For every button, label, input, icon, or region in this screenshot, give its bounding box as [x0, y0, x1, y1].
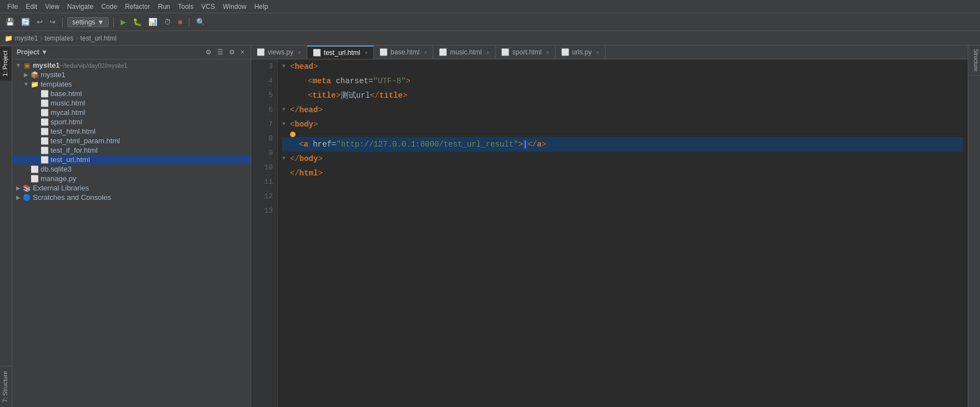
tree-item-manage-py[interactable]: ⬜ manage.py — [12, 174, 251, 183]
fold-arrow-6[interactable]: ▼ — [282, 103, 290, 117]
code-text-4: <meta charset="UTF-8"> — [308, 74, 411, 88]
tree-label-sport: sport.html — [51, 118, 82, 126]
line-num-9: 9 — [256, 146, 273, 160]
tree-arrow-mysite1: ▼ — [14, 62, 22, 68]
stop-button[interactable]: ■ — [176, 17, 184, 27]
tab-close-sport[interactable]: × — [546, 49, 549, 56]
tree-label-extlibs: External Libraries — [33, 184, 89, 192]
panel-layout-icon[interactable]: ☰ — [216, 48, 225, 57]
right-panel-tab[interactable]: Structure — [968, 46, 980, 76]
tab-close-urls[interactable]: × — [596, 49, 599, 56]
tree-item-test-html-param[interactable]: ⬜ test_html_param.html — [12, 136, 251, 145]
toolbar-redo-button[interactable]: ↪ — [47, 17, 58, 27]
code-text-9: <a href="http://127.0.0.1:8000/test_url_… — [299, 137, 546, 152]
menu-refactor[interactable]: Refactor — [121, 2, 154, 12]
project-panel: Project ▼ ⚙ ☰ ⚙ × ▼ ▣ mysite1 ~/tedu/vip… — [12, 46, 251, 407]
menu-view[interactable]: View — [41, 2, 63, 12]
code-text-7: <body> — [290, 117, 318, 132]
tab-icon-sport: ⬜ — [501, 48, 509, 56]
code-line-4: <meta charset="UTF-8"> — [282, 74, 963, 88]
panel-gear-icon[interactable]: ⚙ — [227, 48, 237, 57]
toolbar-sync-button[interactable]: 🔄 — [19, 17, 32, 27]
tab-urls-py[interactable]: ⬜ urls.py × — [556, 46, 606, 59]
code-line-9[interactable]: <a href="http://127.0.0.1:8000/test_url_… — [282, 137, 963, 152]
tab-music-html[interactable]: ⬜ music.html × — [433, 46, 496, 59]
main-layout: 1: Project 7: Structure Project ▼ ⚙ ☰ ⚙ … — [0, 46, 980, 407]
code-lines[interactable]: ▼ <head> <meta charset="UTF-8"> <title>测… — [278, 59, 968, 407]
tab-base-html[interactable]: ⬜ base.html × — [374, 46, 433, 59]
tree-item-mycal-html[interactable]: ⬜ mycal.html — [12, 108, 251, 117]
tab-close-testurl[interactable]: × — [364, 50, 368, 56]
tree-item-db-sqlite3[interactable]: ⬜ db.sqlite3 — [12, 164, 251, 174]
panel-settings-icon[interactable]: ⚙ — [204, 48, 213, 57]
tab-views-py[interactable]: ⬜ views.py × — [251, 46, 307, 59]
side-tabs: 1: Project 7: Structure — [0, 46, 12, 407]
tree-item-ext-libs[interactable]: ▶ 📚 External Libraries — [12, 183, 251, 193]
code-line-13: </html> — [282, 166, 963, 180]
project-dropdown[interactable]: settings ▼ — [67, 17, 109, 27]
fold-arrow-12[interactable]: ▼ — [282, 152, 290, 166]
breadcrumb-file[interactable]: test_url.html — [80, 34, 116, 42]
tab-icon-base: ⬜ — [379, 48, 388, 56]
line-numbers: 3 4 5 6 7 8 9 10 11 12 13 — [251, 59, 278, 407]
menu-help[interactable]: Help — [251, 2, 272, 12]
file-icon-manage: ⬜ — [30, 175, 39, 183]
code-line-8 — [282, 132, 963, 137]
tree-item-music-html[interactable]: ⬜ music.html — [12, 98, 251, 108]
code-line-3: ▼ <head> — [282, 59, 963, 74]
tree-item-test-html[interactable]: ⬜ test_html.html — [12, 127, 251, 136]
code-text-13: </html> — [290, 166, 323, 180]
tab-icon-testurl: ⬜ — [313, 49, 321, 57]
toolbar-separator — [62, 17, 63, 27]
debug-button[interactable]: 🐛 — [131, 17, 144, 27]
menu-tools[interactable]: Tools — [174, 2, 197, 12]
menu-vcs[interactable]: VCS — [197, 2, 219, 12]
code-content[interactable]: 3 4 5 6 7 8 9 10 11 12 13 ▼ <head> — [251, 59, 968, 407]
coverage-button[interactable]: 📊 — [146, 17, 159, 27]
run-button[interactable]: ▶ — [118, 17, 128, 27]
tree-item-mysite1-root[interactable]: ▼ ▣ mysite1 ~/tedu/vip/day02/mysite1 — [12, 61, 251, 70]
profile-button[interactable]: ⏱ — [162, 17, 173, 27]
line-num-5: 5 — [256, 88, 273, 103]
side-tab-project[interactable]: 1: Project — [0, 46, 12, 81]
line-num-13: 13 — [256, 204, 273, 218]
search-button[interactable]: 🔍 — [194, 17, 207, 27]
side-tab-structure[interactable]: 7: Structure — [0, 366, 12, 407]
tree-item-templates[interactable]: ▼ 📁 templates — [12, 79, 251, 89]
menu-edit[interactable]: Edit — [22, 2, 41, 12]
menu-code[interactable]: Code — [97, 2, 121, 12]
line-num-10: 10 — [256, 160, 273, 175]
tree-item-mysite1-pkg[interactable]: ▶ 📦 mysite1 — [12, 70, 251, 79]
panel-title: Project ▼ — [17, 48, 201, 56]
menu-run[interactable]: Run — [154, 2, 174, 12]
menu-window[interactable]: Window — [219, 2, 251, 12]
toolbar-undo-button[interactable]: ↩ — [34, 17, 45, 27]
folder-icon-scratches: 🔵 — [22, 194, 31, 202]
fold-arrow-3[interactable]: ▼ — [282, 59, 290, 74]
line-num-8: 8 — [256, 132, 273, 146]
tree-label-pkg: mysite1 — [41, 71, 66, 79]
tree-item-sport-html[interactable]: ⬜ sport.html — [12, 117, 251, 127]
tree-item-base-html[interactable]: ⬜ base.html — [12, 89, 251, 98]
tree-item-test-if-for[interactable]: ⬜ test_if_for.html — [12, 145, 251, 155]
tree-label-manage: manage.py — [41, 174, 76, 183]
fold-arrow-7[interactable]: ▼ — [282, 117, 290, 132]
tab-test-url-html[interactable]: ⬜ test_url.html × — [307, 46, 374, 59]
tab-close-base[interactable]: × — [424, 49, 427, 56]
panel-close-icon[interactable]: × — [239, 48, 246, 57]
breadcrumb-mysite1[interactable]: mysite1 — [15, 34, 38, 42]
tab-close-music[interactable]: × — [486, 49, 489, 56]
menu-navigate[interactable]: Navigate — [63, 2, 97, 12]
tree-label-testhtmlparam: test_html_param.html — [51, 137, 120, 145]
menu-file[interactable]: File — [3, 2, 22, 12]
tab-sport-html[interactable]: ⬜ sport.html × — [496, 46, 556, 59]
toolbar-save-button[interactable]: 💾 — [3, 17, 17, 27]
breadcrumb-templates[interactable]: templates — [44, 34, 73, 42]
tree-item-scratches[interactable]: ▶ 🔵 Scratches and Consoles — [12, 193, 251, 202]
tree-item-test-url[interactable]: ⬜ test_url.html — [12, 155, 251, 164]
project-name-label: settings — [72, 18, 95, 26]
line-num-3: 3 — [256, 59, 273, 74]
tab-close-views[interactable]: × — [298, 49, 301, 56]
folder-icon-pkg: 📦 — [30, 71, 39, 79]
gutter-dot-8 — [290, 132, 296, 137]
